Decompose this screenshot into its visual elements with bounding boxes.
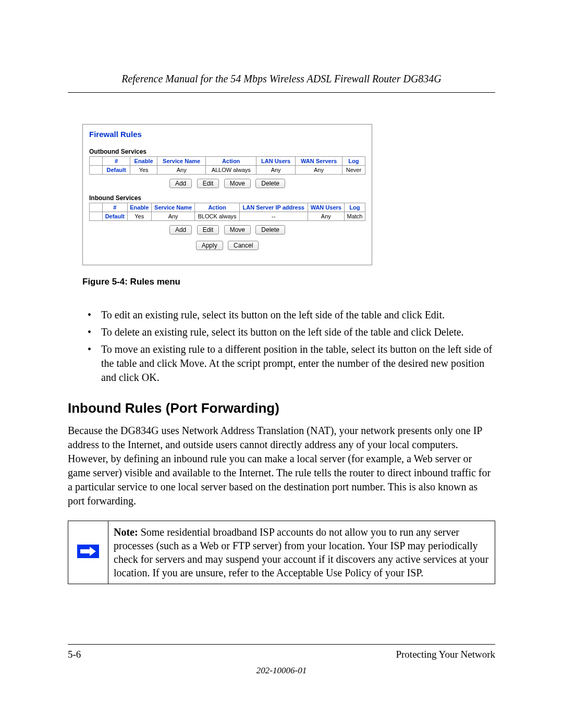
- cell-service: Any: [151, 212, 194, 221]
- col-enable: Enable: [130, 157, 157, 166]
- cell-lanip: --: [239, 212, 308, 221]
- move-button[interactable]: Move: [224, 225, 251, 235]
- col-wan: WAN Servers: [296, 157, 342, 166]
- col-enable: Enable: [127, 203, 151, 212]
- apply-cancel-buttons: Apply Cancel: [89, 241, 365, 250]
- cell-service: Any: [157, 166, 206, 175]
- list-item: To move an existing rule to a different …: [88, 342, 495, 385]
- note-label: Note:: [114, 526, 138, 538]
- table-row: Default Yes Any BLOCK always -- Any Matc…: [90, 212, 365, 221]
- cell-wan: Any: [296, 166, 342, 175]
- col-radio: [90, 157, 103, 166]
- note-body: Some residential broadband ISP accounts …: [114, 526, 488, 578]
- cancel-button[interactable]: Cancel: [228, 241, 259, 250]
- table-header-row: # Enable Service Name Action LAN Users W…: [90, 157, 365, 166]
- figure-caption: Figure 5-4: Rules menu: [82, 277, 495, 287]
- col-service: Service Name: [157, 157, 206, 166]
- cell-radio[interactable]: [90, 212, 103, 221]
- col-num: #: [103, 203, 128, 212]
- delete-button[interactable]: Delete: [255, 179, 285, 188]
- col-lan: LAN Users: [256, 157, 296, 166]
- cell-log: Never: [342, 166, 365, 175]
- svg-marker-0: [80, 547, 96, 556]
- col-wanusers: WAN Users: [308, 203, 344, 212]
- note-text: Note: Some residential broadband ISP acc…: [108, 521, 495, 584]
- running-header: Reference Manual for the 54 Mbps Wireles…: [68, 73, 495, 93]
- cell-num: Default: [103, 212, 128, 221]
- chapter-title: Protecting Your Network: [396, 649, 495, 660]
- cell-lan: Any: [256, 166, 296, 175]
- apply-button[interactable]: Apply: [196, 241, 223, 250]
- cell-action: ALLOW always: [206, 166, 256, 175]
- outbound-services-label: Outbound Services: [89, 148, 365, 155]
- col-service: Service Name: [151, 203, 194, 212]
- list-item: To edit an existing rule, select its but…: [88, 308, 495, 322]
- cell-wanusers: Any: [308, 212, 344, 221]
- col-log: Log: [344, 203, 365, 212]
- col-action: Action: [195, 203, 239, 212]
- firewall-rules-panel: Firewall Rules Outbound Services # Enabl…: [82, 124, 372, 265]
- cell-num: Default: [103, 166, 130, 175]
- list-item: To delete an existing rule, select its b…: [88, 325, 495, 339]
- inbound-services-table: # Enable Service Name Action LAN Server …: [89, 203, 365, 221]
- edit-button[interactable]: Edit: [197, 225, 219, 235]
- outbound-services-table: # Enable Service Name Action LAN Users W…: [89, 156, 365, 175]
- cell-log: Match: [344, 212, 365, 221]
- outbound-buttons: Add Edit Move Delete: [89, 179, 365, 188]
- cell-enable: Yes: [127, 212, 151, 221]
- edit-button[interactable]: Edit: [197, 179, 219, 188]
- add-button[interactable]: Add: [169, 225, 192, 235]
- note-icon-cell: [68, 521, 108, 584]
- page-number: 5-6: [68, 649, 81, 660]
- col-num: #: [103, 157, 130, 166]
- note-callout: Note: Some residential broadband ISP acc…: [68, 521, 495, 584]
- document-number: 202-10006-01: [68, 665, 495, 676]
- table-header-row: # Enable Service Name Action LAN Server …: [90, 203, 365, 212]
- col-radio: [90, 203, 103, 212]
- delete-button[interactable]: Delete: [255, 225, 285, 235]
- body-paragraph: Because the DG834G uses Network Address …: [68, 424, 495, 508]
- section-heading: Inbound Rules (Port Forwarding): [68, 400, 495, 416]
- col-action: Action: [206, 157, 256, 166]
- instruction-list: To edit an existing rule, select its but…: [88, 308, 495, 385]
- inbound-buttons: Add Edit Move Delete: [89, 225, 365, 235]
- col-log: Log: [342, 157, 365, 166]
- document-page: Reference Manual for the 54 Mbps Wireles…: [0, 0, 563, 728]
- page-footer: 5-6 Protecting Your Network 202-10006-01: [68, 644, 495, 676]
- cell-enable: Yes: [130, 166, 157, 175]
- inbound-services-label: Inbound Services: [89, 194, 365, 202]
- add-button[interactable]: Add: [169, 179, 192, 188]
- move-button[interactable]: Move: [224, 179, 251, 188]
- arrow-icon: [77, 545, 99, 558]
- table-row: Default Yes Any ALLOW always Any Any Nev…: [90, 166, 365, 175]
- cell-action: BLOCK always: [195, 212, 239, 221]
- cell-radio[interactable]: [90, 166, 103, 175]
- col-lanip: LAN Server IP address: [239, 203, 308, 212]
- panel-title: Firewall Rules: [89, 130, 365, 139]
